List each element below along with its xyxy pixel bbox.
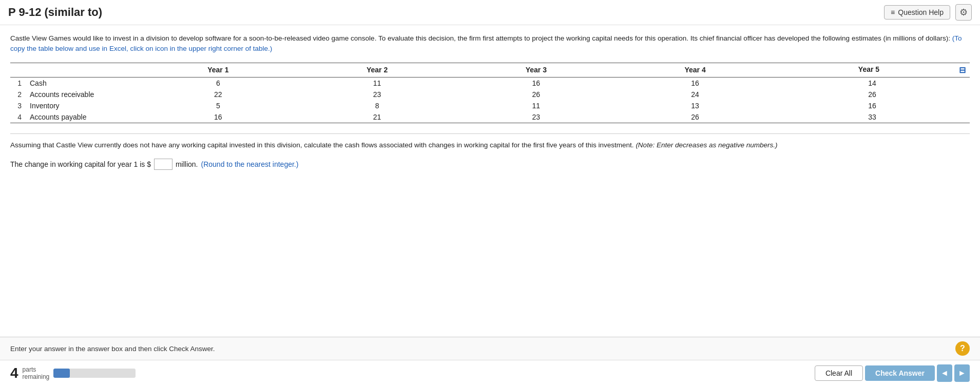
col-header-year3: Year 3 xyxy=(456,63,616,77)
cell-y1: 6 xyxy=(139,77,298,89)
cell-y3: 11 xyxy=(456,100,616,111)
instruction-paragraph: Assuming that Castle View currently does… xyxy=(10,133,970,150)
header-controls: ≡ Question Help ⚙ xyxy=(884,4,972,21)
row-number: 1 xyxy=(10,77,26,89)
data-table: Year 1 Year 2 Year 3 Year 4 Year 5 ⊟ 1 C… xyxy=(10,63,970,123)
page-title: P 9-12 (similar to) xyxy=(8,6,102,19)
round-note: (Round to the nearest integer.) xyxy=(201,160,299,168)
question-help-button[interactable]: ≡ Question Help xyxy=(884,5,950,20)
row-label: Cash xyxy=(26,77,139,89)
cell-y4: 26 xyxy=(616,111,775,123)
cell-y2: 21 xyxy=(298,111,457,123)
next-icon: ► xyxy=(958,369,966,378)
footer-right-buttons: Clear All Check Answer ◄ ► xyxy=(815,364,970,382)
cell-y1: 22 xyxy=(139,89,298,100)
answer-input[interactable] xyxy=(154,159,172,170)
col-header-year1: Year 1 xyxy=(139,63,298,77)
clear-all-button[interactable]: Clear All xyxy=(815,365,863,381)
prev-icon: ◄ xyxy=(940,369,949,378)
cell-y4: 16 xyxy=(616,77,775,89)
next-button[interactable]: ► xyxy=(954,364,970,382)
cell-y2: 23 xyxy=(298,89,457,100)
main-content: Castle View Games would like to invest i… xyxy=(0,25,980,337)
settings-button[interactable]: ⚙ xyxy=(955,4,972,21)
col-header-year5: Year 5 ⊟ xyxy=(775,63,970,77)
table-row: 4 Accounts payable 16 21 23 26 33 xyxy=(10,111,970,123)
prev-button[interactable]: ◄ xyxy=(937,364,952,382)
cell-y1: 5 xyxy=(139,100,298,111)
cell-y5: 14 xyxy=(775,77,970,89)
footer: Enter your answer in the answer box and … xyxy=(0,337,980,386)
footer-instruction-text: Enter your answer in the answer box and … xyxy=(10,345,955,353)
header: P 9-12 (similar to) ≡ Question Help ⚙ xyxy=(0,0,980,25)
parts-remaining-area: 4 parts remaining xyxy=(10,365,136,381)
cell-y2: 8 xyxy=(298,100,457,111)
cell-y5: 33 xyxy=(775,111,970,123)
excel-copy-icon[interactable]: ⊟ xyxy=(959,65,966,75)
answer-suffix: million. xyxy=(176,160,198,168)
cell-y3: 26 xyxy=(456,89,616,100)
row-label: Accounts receivable xyxy=(26,89,139,100)
cell-y5: 16 xyxy=(775,100,970,111)
answer-prefix: The change in working capital for year 1… xyxy=(10,160,151,168)
cell-y2: 11 xyxy=(298,77,457,89)
table-row: 3 Inventory 5 8 11 13 16 xyxy=(10,100,970,111)
cell-y4: 24 xyxy=(616,89,775,100)
footer-instruction-bar: Enter your answer in the answer box and … xyxy=(0,337,980,360)
help-button[interactable]: ? xyxy=(955,341,970,356)
list-icon: ≡ xyxy=(891,8,895,16)
cell-y3: 23 xyxy=(456,111,616,123)
cell-y4: 13 xyxy=(616,100,775,111)
parts-number: 4 xyxy=(10,365,18,381)
cell-y1: 16 xyxy=(139,111,298,123)
row-number: 2 xyxy=(10,89,26,100)
col-header-year2: Year 2 xyxy=(298,63,457,77)
table-row: 2 Accounts receivable 22 23 26 24 26 xyxy=(10,89,970,100)
cell-y3: 16 xyxy=(456,77,616,89)
row-number: 4 xyxy=(10,111,26,123)
row-number: 3 xyxy=(10,100,26,111)
answer-row: The change in working capital for year 1… xyxy=(10,159,970,170)
cell-y5: 26 xyxy=(775,89,970,100)
progress-bar-fill xyxy=(53,369,70,378)
progress-bar xyxy=(53,369,136,378)
table-row: 1 Cash 6 11 16 16 14 xyxy=(10,77,970,89)
footer-bottom-bar: 4 parts remaining Clear All Check Answer… xyxy=(0,360,980,386)
parts-label: parts remaining xyxy=(23,366,50,380)
intro-paragraph: Castle View Games would like to invest i… xyxy=(10,33,970,54)
col-header-year4: Year 4 xyxy=(616,63,775,77)
check-answer-button[interactable]: Check Answer xyxy=(865,365,935,381)
gear-icon: ⚙ xyxy=(959,7,968,18)
row-label: Accounts payable xyxy=(26,111,139,123)
row-label: Inventory xyxy=(26,100,139,111)
